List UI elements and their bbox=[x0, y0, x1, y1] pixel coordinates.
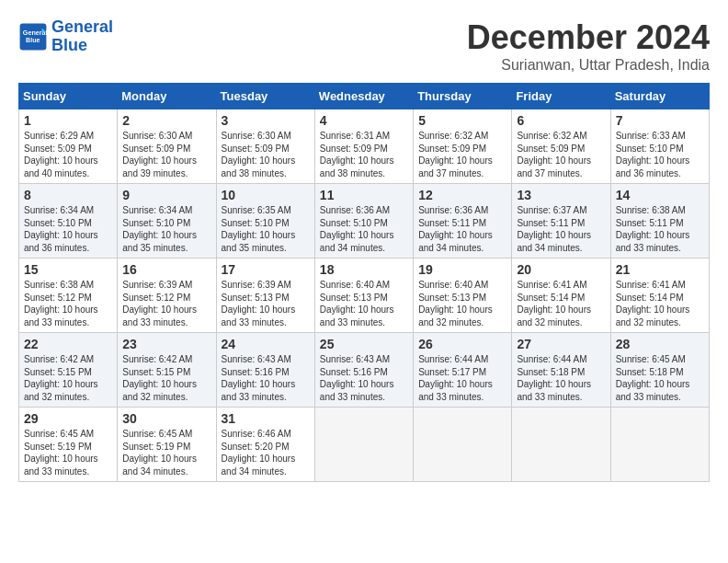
day-number: 23 bbox=[122, 337, 210, 351]
table-row: 7Sunrise: 6:33 AM Sunset: 5:10 PM Daylig… bbox=[610, 109, 709, 184]
table-row: 21Sunrise: 6:41 AM Sunset: 5:14 PM Dayli… bbox=[610, 259, 709, 333]
table-row: 12Sunrise: 6:36 AM Sunset: 5:11 PM Dayli… bbox=[414, 184, 512, 259]
table-row: 23Sunrise: 6:42 AM Sunset: 5:15 PM Dayli… bbox=[118, 333, 216, 408]
day-number: 29 bbox=[24, 411, 112, 426]
day-info: Sunrise: 6:35 AM Sunset: 5:10 PM Dayligh… bbox=[222, 204, 310, 254]
table-row: 4Sunrise: 6:31 AM Sunset: 5:09 PM Daylig… bbox=[314, 109, 413, 184]
month-title: December 2024 bbox=[467, 18, 710, 57]
day-info: Sunrise: 6:46 AM Sunset: 5:20 PM Dayligh… bbox=[222, 428, 310, 477]
day-info: Sunrise: 6:39 AM Sunset: 5:13 PM Dayligh… bbox=[222, 279, 310, 328]
table-row: 25Sunrise: 6:43 AM Sunset: 5:16 PM Dayli… bbox=[314, 333, 413, 408]
day-number: 30 bbox=[122, 411, 210, 426]
logo-text: General Blue bbox=[51, 18, 113, 55]
logo: General Blue General Blue bbox=[18, 18, 113, 55]
day-number: 16 bbox=[122, 262, 210, 277]
day-info: Sunrise: 6:42 AM Sunset: 5:15 PM Dayligh… bbox=[122, 353, 210, 403]
col-tuesday: Tuesday bbox=[216, 84, 314, 109]
table-row bbox=[610, 408, 709, 482]
table-row: 14Sunrise: 6:38 AM Sunset: 5:11 PM Dayli… bbox=[610, 184, 709, 259]
col-sunday: Sunday bbox=[19, 84, 118, 109]
day-info: Sunrise: 6:30 AM Sunset: 5:09 PM Dayligh… bbox=[222, 130, 310, 179]
day-info: Sunrise: 6:34 AM Sunset: 5:10 PM Dayligh… bbox=[24, 204, 112, 254]
day-number: 25 bbox=[320, 337, 408, 351]
calendar-week-row-5: 29Sunrise: 6:45 AM Sunset: 5:19 PM Dayli… bbox=[19, 408, 710, 482]
day-number: 14 bbox=[616, 188, 704, 202]
table-row: 26Sunrise: 6:44 AM Sunset: 5:17 PM Dayli… bbox=[414, 333, 512, 408]
calendar-table: Sunday Monday Tuesday Wednesday Thursday… bbox=[18, 83, 710, 482]
day-number: 18 bbox=[320, 262, 408, 277]
day-info: Sunrise: 6:38 AM Sunset: 5:11 PM Dayligh… bbox=[616, 204, 704, 254]
title-block: December 2024 Surianwan, Uttar Pradesh, … bbox=[467, 18, 710, 74]
table-row bbox=[512, 408, 610, 482]
table-row bbox=[414, 408, 512, 482]
day-info: Sunrise: 6:33 AM Sunset: 5:10 PM Dayligh… bbox=[616, 130, 704, 179]
day-info: Sunrise: 6:36 AM Sunset: 5:10 PM Dayligh… bbox=[320, 204, 408, 254]
table-row: 3Sunrise: 6:30 AM Sunset: 5:09 PM Daylig… bbox=[216, 109, 314, 184]
table-row: 31Sunrise: 6:46 AM Sunset: 5:20 PM Dayli… bbox=[216, 408, 314, 482]
day-info: Sunrise: 6:38 AM Sunset: 5:12 PM Dayligh… bbox=[24, 279, 112, 328]
day-number: 26 bbox=[418, 337, 506, 351]
day-number: 5 bbox=[418, 113, 506, 128]
day-info: Sunrise: 6:44 AM Sunset: 5:18 PM Dayligh… bbox=[517, 353, 605, 403]
table-row: 11Sunrise: 6:36 AM Sunset: 5:10 PM Dayli… bbox=[314, 184, 413, 259]
day-number: 28 bbox=[616, 337, 704, 351]
svg-text:Blue: Blue bbox=[26, 36, 40, 44]
table-row: 15Sunrise: 6:38 AM Sunset: 5:12 PM Dayli… bbox=[19, 259, 118, 333]
day-info: Sunrise: 6:32 AM Sunset: 5:09 PM Dayligh… bbox=[418, 130, 506, 179]
day-number: 20 bbox=[517, 262, 605, 277]
day-number: 31 bbox=[222, 411, 310, 426]
calendar-week-row-2: 8Sunrise: 6:34 AM Sunset: 5:10 PM Daylig… bbox=[19, 184, 710, 259]
day-number: 21 bbox=[616, 262, 704, 277]
day-info: Sunrise: 6:42 AM Sunset: 5:15 PM Dayligh… bbox=[24, 353, 112, 403]
col-wednesday: Wednesday bbox=[314, 84, 413, 109]
table-row bbox=[314, 408, 413, 482]
day-number: 8 bbox=[24, 188, 112, 202]
day-info: Sunrise: 6:40 AM Sunset: 5:13 PM Dayligh… bbox=[418, 279, 506, 328]
table-row: 16Sunrise: 6:39 AM Sunset: 5:12 PM Dayli… bbox=[118, 259, 216, 333]
col-saturday: Saturday bbox=[610, 84, 709, 109]
day-info: Sunrise: 6:37 AM Sunset: 5:11 PM Dayligh… bbox=[517, 204, 605, 254]
day-number: 13 bbox=[517, 188, 605, 202]
table-row: 27Sunrise: 6:44 AM Sunset: 5:18 PM Dayli… bbox=[512, 333, 610, 408]
table-row: 5Sunrise: 6:32 AM Sunset: 5:09 PM Daylig… bbox=[414, 109, 512, 184]
day-number: 11 bbox=[320, 188, 408, 202]
calendar-header-row: Sunday Monday Tuesday Wednesday Thursday… bbox=[19, 84, 710, 109]
day-info: Sunrise: 6:32 AM Sunset: 5:09 PM Dayligh… bbox=[517, 130, 605, 179]
day-info: Sunrise: 6:36 AM Sunset: 5:11 PM Dayligh… bbox=[418, 204, 506, 254]
table-row: 13Sunrise: 6:37 AM Sunset: 5:11 PM Dayli… bbox=[512, 184, 610, 259]
day-number: 1 bbox=[24, 113, 112, 128]
day-number: 27 bbox=[517, 337, 605, 351]
page-header: General Blue General Blue December 2024 … bbox=[18, 18, 710, 74]
day-number: 19 bbox=[418, 262, 506, 277]
day-number: 3 bbox=[222, 113, 310, 128]
col-monday: Monday bbox=[118, 84, 216, 109]
day-info: Sunrise: 6:29 AM Sunset: 5:09 PM Dayligh… bbox=[24, 130, 112, 179]
day-number: 15 bbox=[24, 262, 112, 277]
day-number: 17 bbox=[222, 262, 310, 277]
col-thursday: Thursday bbox=[414, 84, 512, 109]
day-info: Sunrise: 6:43 AM Sunset: 5:16 PM Dayligh… bbox=[222, 353, 310, 403]
day-info: Sunrise: 6:31 AM Sunset: 5:09 PM Dayligh… bbox=[320, 130, 408, 179]
table-row: 10Sunrise: 6:35 AM Sunset: 5:10 PM Dayli… bbox=[216, 184, 314, 259]
location-subtitle: Surianwan, Uttar Pradesh, India bbox=[467, 57, 710, 74]
day-info: Sunrise: 6:30 AM Sunset: 5:09 PM Dayligh… bbox=[122, 130, 210, 179]
day-info: Sunrise: 6:41 AM Sunset: 5:14 PM Dayligh… bbox=[616, 279, 704, 328]
day-info: Sunrise: 6:39 AM Sunset: 5:12 PM Dayligh… bbox=[122, 279, 210, 328]
table-row: 6Sunrise: 6:32 AM Sunset: 5:09 PM Daylig… bbox=[512, 109, 610, 184]
day-number: 24 bbox=[222, 337, 310, 351]
table-row: 2Sunrise: 6:30 AM Sunset: 5:09 PM Daylig… bbox=[118, 109, 216, 184]
table-row: 22Sunrise: 6:42 AM Sunset: 5:15 PM Dayli… bbox=[19, 333, 118, 408]
table-row: 20Sunrise: 6:41 AM Sunset: 5:14 PM Dayli… bbox=[512, 259, 610, 333]
day-number: 22 bbox=[24, 337, 112, 351]
table-row: 18Sunrise: 6:40 AM Sunset: 5:13 PM Dayli… bbox=[314, 259, 413, 333]
day-info: Sunrise: 6:45 AM Sunset: 5:19 PM Dayligh… bbox=[24, 428, 112, 477]
day-info: Sunrise: 6:45 AM Sunset: 5:18 PM Dayligh… bbox=[616, 353, 704, 403]
calendar-week-row-1: 1Sunrise: 6:29 AM Sunset: 5:09 PM Daylig… bbox=[19, 109, 710, 184]
day-number: 9 bbox=[122, 188, 210, 202]
day-info: Sunrise: 6:44 AM Sunset: 5:17 PM Dayligh… bbox=[418, 353, 506, 403]
table-row: 24Sunrise: 6:43 AM Sunset: 5:16 PM Dayli… bbox=[216, 333, 314, 408]
day-number: 7 bbox=[616, 113, 704, 128]
day-info: Sunrise: 6:40 AM Sunset: 5:13 PM Dayligh… bbox=[320, 279, 408, 328]
table-row: 17Sunrise: 6:39 AM Sunset: 5:13 PM Dayli… bbox=[216, 259, 314, 333]
table-row: 29Sunrise: 6:45 AM Sunset: 5:19 PM Dayli… bbox=[19, 408, 118, 482]
